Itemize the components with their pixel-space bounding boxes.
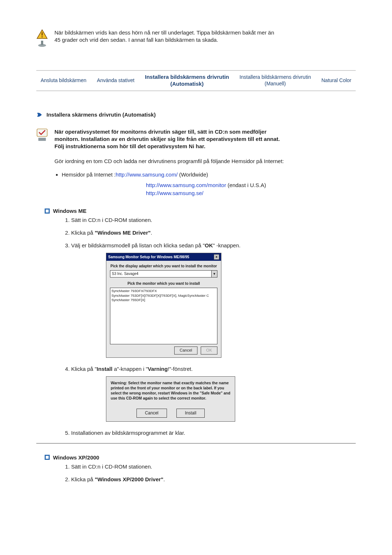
windows-me-heading-text: Windows ME [53, 208, 86, 214]
me4-b2: Varning [148, 366, 168, 372]
svg-rect-10 [46, 456, 49, 459]
cancel-button[interactable]: Cancel [136, 409, 167, 417]
nav-natural-label: Natural Color [322, 77, 351, 83]
nav-natural-color[interactable]: Natural Color [319, 77, 354, 84]
section-heading-text: Installera skärmens drivrutin (Automatis… [46, 112, 156, 118]
windows-xp-heading: Windows XP/2000 [44, 454, 356, 461]
intro-block: När operativsystemet för monitorns drivr… [36, 128, 356, 150]
xp-step-2: Klicka på "Windows XP/2000 Driver". [71, 475, 356, 483]
nav-connect-monitor[interactable]: Ansluta bildskärmen [38, 77, 89, 84]
ok-button[interactable]: OK [201, 347, 217, 354]
intro-l1: När operativsystemet för monitorns drivr… [54, 129, 266, 135]
me3-post: " -knappen. [213, 242, 241, 248]
list-item[interactable]: SyncMaster 793DFX/793DFX [111, 289, 216, 293]
link-stack: http://www.samsung.com/monitor (endast i… [146, 181, 356, 197]
link-samsung-monitor[interactable]: http://www.samsung.com/monitor [146, 182, 226, 188]
me3-pre: Välj er bildskärmsmodell på listan och k… [71, 242, 205, 248]
check-icon [36, 128, 48, 143]
warning-text: När bildskärmen vrids kan dess hörn nå n… [54, 29, 274, 44]
dlg1-label2: Pick the monitor which you want to insta… [110, 281, 217, 286]
monitor-base-icon [36, 40, 48, 48]
arrow-marker-icon [36, 112, 43, 118]
me-step-5: Installationen av bildskärmsprogrammet ä… [71, 429, 356, 437]
monitor-listbox[interactable]: SyncMaster 793DFX/793DFX SyncMaster 753D… [110, 288, 217, 344]
me-step-4: Klicka på "Install a"-knappen i "Varning… [71, 365, 356, 422]
monitor-setup-dialog: Samsung Monitor Setup for Windows ME/98/… [106, 253, 221, 357]
warning-dialog-text: Warning: Select the monitor name that ex… [111, 381, 230, 401]
dialog-screenshot-1: Samsung Monitor Setup for Windows ME/98/… [106, 253, 356, 357]
cancel-button[interactable]: Cancel [174, 347, 197, 354]
dialog1-title: Samsung Monitor Setup for Windows ME/98/… [108, 255, 189, 260]
list-item[interactable]: SyncMaster 755DF[X] [111, 298, 216, 302]
xp2-pre: Klicka på [71, 476, 95, 482]
me-step-3: Välj er bildskärmsmodell på listan och k… [71, 242, 356, 357]
dialog1-titlebar: Samsung Monitor Setup for Windows ME/98/… [106, 253, 221, 261]
me2-pre: Klicka på [71, 230, 95, 236]
svg-rect-2 [42, 36, 43, 37]
bullet-square-icon [44, 454, 50, 460]
nav-manual-l2: (Manuell) [265, 81, 286, 86]
me4-mid: a"-knappen i " [113, 366, 148, 372]
nav-install-driver-manual[interactable]: Installera bildskärmens drivrutin (Manue… [237, 74, 313, 87]
warning-icon [36, 29, 48, 39]
list-item[interactable]: SyncMaster 753DF[X]/783DF[X]/783DF[X], M… [111, 293, 216, 298]
nav-stand-label: Använda stativet [97, 77, 135, 83]
internet-links-list: Hemsidor på Internet :http://www.samsung… [54, 171, 356, 178]
prep-text: Gör iordning en tom CD och ladda ner dri… [54, 157, 356, 166]
windows-xp-heading-text: Windows XP/2000 [53, 454, 99, 461]
xp-step1-text: Sätt in CD:n i CD-ROM stationen. [71, 463, 152, 470]
svg-rect-4 [41, 41, 43, 45]
links-prefix: Hemsidor på Internet : [62, 171, 115, 178]
windows-me-steps: Sätt in CD:n i CD-ROM stationen. Klicka … [62, 216, 356, 436]
svg-rect-1 [42, 32, 43, 36]
adapter-combo[interactable]: S3 Inc. Savage4 ▼ [110, 270, 217, 278]
chevron-down-icon[interactable]: ▼ [211, 271, 217, 277]
section-nav: Ansluta bildskärmen Använda stativet Ins… [36, 70, 356, 91]
windows-me-heading: Windows ME [44, 208, 356, 214]
me-step5-text: Installationen av bildskärmsprogrammet ä… [71, 430, 185, 436]
install-button[interactable]: Install [176, 409, 204, 417]
windows-xp-steps: Sätt in CD:n i CD-ROM stationen. Klicka … [62, 463, 356, 483]
link-samsung-com[interactable]: http://www.samsung.com/ [115, 171, 177, 178]
xp2-bold: "Windows XP/2000 Driver" [95, 476, 163, 482]
me4-post: !"-fönstret. [168, 366, 193, 372]
me2-bold: "Windows ME Driver" [95, 230, 151, 236]
internet-links-item: Hemsidor på Internet :http://www.samsung… [62, 171, 356, 178]
nav-auto-l1: Installera bildskärmens drivrutin [145, 74, 229, 80]
nav-manual-l1: Installera bildskärmens drivrutin [240, 74, 311, 80]
link1-suffix: (Worldwide) [177, 171, 208, 178]
me-step-1: Sätt in CD:n i CD-ROM stationen. [71, 216, 356, 224]
warning-dialog: Warning: Select the monitor name that ex… [106, 376, 235, 422]
nav-connect-label: Ansluta bildskärmen [41, 77, 86, 83]
warning-line2: 45 grader och vrid den sedan. I annat fa… [54, 37, 218, 43]
intro-l2: monitorn. Installation av en drivrutin s… [54, 136, 280, 142]
me2-post: . [151, 230, 152, 236]
nav-install-driver-auto[interactable]: Installera bildskärmens drivrutin (Autom… [143, 74, 231, 88]
link-samsung-se[interactable]: http://www.samsung.se/ [146, 190, 203, 196]
xp-step-1: Sätt in CD:n i CD-ROM stationen. [71, 463, 356, 470]
section-heading: Installera skärmens drivrutin (Automatis… [36, 112, 356, 118]
xp2-post: . [163, 476, 165, 482]
dialog-screenshot-2: Warning: Select the monitor name that ex… [106, 376, 356, 422]
link2-suffix: (endast i U.S.A) [226, 182, 266, 188]
tilt-warning-block: När bildskärmen vrids kan dess hörn nå n… [36, 29, 356, 48]
nav-use-stand[interactable]: Använda stativet [95, 77, 137, 84]
me4-pre: Klicka på " [71, 366, 97, 372]
warning-icon-stack [36, 29, 48, 48]
adapter-value: S3 Inc. Savage4 [110, 271, 211, 277]
svg-rect-6 [38, 138, 46, 141]
close-icon[interactable]: × [214, 254, 219, 260]
me4-b1: Install [97, 366, 112, 372]
me-step1-text: Sätt in CD:n i CD-ROM stationen. [71, 217, 152, 223]
nav-auto-l2: (Automatisk) [170, 81, 204, 87]
bullet-square-icon [44, 208, 50, 214]
dlg1-label1: Pick the display adapter which you want … [110, 264, 217, 269]
section-divider [36, 443, 356, 443]
svg-rect-8 [46, 210, 49, 212]
intro-l3: Följ instruktionerna som hör till det op… [54, 143, 205, 149]
me-step-2: Klicka på "Windows ME Driver". [71, 229, 356, 236]
me3-bold: OK [205, 242, 213, 248]
warning-line1: När bildskärmen vrids kan dess hörn nå n… [54, 29, 274, 36]
intro-text: När operativsystemet för monitorns drivr… [54, 128, 280, 150]
